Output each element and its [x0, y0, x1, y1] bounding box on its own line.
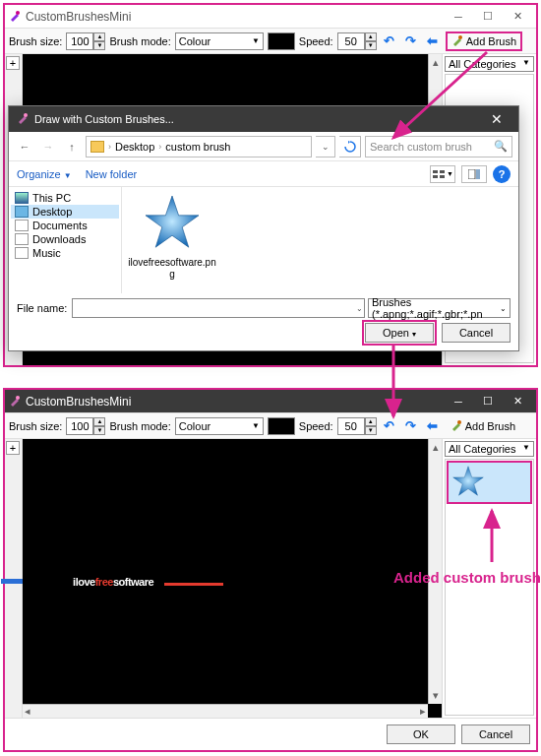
address-bar[interactable]: › Desktop › custom brush — [86, 136, 312, 158]
svg-rect-6 — [440, 175, 445, 178]
open-button[interactable]: Open▾ — [365, 323, 434, 343]
svg-rect-3 — [433, 170, 438, 173]
spin-down-icon[interactable]: ▼ — [93, 41, 105, 50]
zoom-slider[interactable]: + — [5, 439, 23, 718]
back-icon[interactable]: ⬅ — [424, 417, 442, 435]
new-folder-button[interactable]: New folder — [86, 168, 138, 180]
brush-mode-select[interactable]: Colour ▼ — [175, 32, 264, 50]
brush-item-custom[interactable] — [449, 463, 530, 502]
brush-size-input[interactable] — [66, 417, 93, 435]
brush-size-stepper[interactable]: ▲▼ — [66, 417, 105, 435]
dialog-titlebar[interactable]: Draw with Custom Brushes... ✕ — [9, 106, 518, 132]
spin-down-icon[interactable]: ▼ — [93, 426, 105, 435]
speed-input[interactable] — [337, 32, 365, 50]
redo-icon[interactable]: ↷ — [402, 32, 420, 50]
tree-this-pc[interactable]: This PC — [11, 191, 119, 205]
filetype-filter[interactable]: Brushes (*.apng;*.agif;*.gbr;*.pn ⌄ — [368, 298, 511, 318]
nav-up-button[interactable]: ↑ — [62, 136, 82, 158]
close-button[interactable]: ✕ — [503, 7, 532, 27]
category-select[interactable]: All Categories ▼ — [445, 441, 534, 457]
maximize-button[interactable]: ☐ — [473, 392, 503, 411]
crumb-desktop[interactable]: Desktop — [115, 141, 154, 153]
music-icon — [15, 247, 29, 259]
plus-icon[interactable]: + — [6, 441, 20, 455]
svg-point-11 — [16, 396, 20, 400]
spin-up-icon[interactable]: ▲ — [365, 32, 377, 41]
nav-forward-button[interactable]: → — [38, 136, 58, 158]
add-brush-button[interactable]: Add Brush — [446, 32, 522, 51]
color-swatch[interactable] — [268, 417, 295, 435]
brush-mode-label: Brush mode: — [109, 35, 170, 47]
horizontal-scrollbar[interactable]: ◂▸ — [23, 704, 428, 718]
view-mode-button[interactable]: ▼ — [430, 165, 455, 183]
star-brush-icon — [451, 465, 485, 500]
refresh-button[interactable] — [339, 136, 361, 158]
cancel-button[interactable]: Cancel — [461, 724, 530, 744]
redo-icon[interactable]: ↷ — [402, 417, 420, 435]
file-list[interactable]: ilovefreesoftware.png — [122, 187, 518, 293]
window-title: CustomBrushesMini — [26, 395, 444, 409]
toolbar: Brush size: ▲▼ Brush mode: Colour ▼ Spee… — [5, 413, 536, 439]
search-input[interactable]: Search custom brush 🔍 — [365, 136, 512, 158]
file-item[interactable]: ilovefreesoftware.png — [128, 193, 216, 281]
brush-size-stepper[interactable]: ▲▼ — [66, 32, 105, 50]
brush-mode-select[interactable]: Colour ▼ — [175, 417, 264, 435]
slider-thumb[interactable] — [1, 579, 25, 584]
speed-stepper[interactable]: ▲▼ — [337, 32, 377, 50]
search-placeholder: Search custom brush — [370, 141, 472, 153]
brush-icon — [451, 34, 463, 48]
undo-icon[interactable]: ↶ — [381, 417, 398, 435]
maximize-button[interactable]: ☐ — [473, 7, 503, 27]
color-swatch[interactable] — [268, 32, 295, 50]
plus-icon[interactable]: + — [6, 56, 20, 70]
toolbar: Brush size: ▲▼ Brush mode: Colour ▼ Spee… — [5, 29, 536, 54]
spin-down-icon[interactable]: ▼ — [365, 41, 377, 50]
spin-up-icon[interactable]: ▲ — [93, 32, 105, 41]
brush-size-input[interactable] — [66, 32, 93, 50]
address-dropdown[interactable]: ⌄ — [316, 136, 335, 158]
add-brush-button[interactable]: Add Brush — [446, 417, 520, 435]
dialog-cancel-button[interactable]: Cancel — [442, 323, 511, 343]
dialog-title: Draw with Custom Brushes... — [34, 113, 174, 125]
tree-downloads[interactable]: Downloads — [11, 232, 119, 246]
titlebar[interactable]: CustomBrushesMini ─ ☐ ✕ — [5, 390, 536, 413]
crumb-folder[interactable]: custom brush — [165, 141, 230, 153]
dialog-close-button[interactable]: ✕ — [483, 111, 511, 127]
undo-icon[interactable]: ↶ — [381, 32, 398, 50]
nav-back-button[interactable]: ← — [15, 136, 34, 158]
canvas-logo-text: ilovefreesoftware — [73, 562, 223, 593]
speed-label: Speed: — [299, 35, 333, 47]
ok-button[interactable]: OK — [387, 724, 455, 744]
tree-music[interactable]: Music — [11, 246, 119, 260]
speed-input[interactable] — [337, 417, 365, 435]
svg-rect-4 — [440, 170, 445, 173]
titlebar[interactable]: CustomBrushesMini ─ ☐ ✕ — [5, 5, 536, 29]
help-button[interactable]: ? — [493, 165, 511, 183]
brush-icon — [451, 419, 462, 433]
brush-list[interactable] — [445, 459, 534, 716]
spin-down-icon[interactable]: ▼ — [365, 426, 377, 435]
nav-tree[interactable]: This PC Desktop Documents Downloads Musi… — [9, 187, 122, 293]
speed-stepper[interactable]: ▲▼ — [337, 417, 377, 435]
tree-desktop[interactable]: Desktop — [11, 205, 119, 219]
category-select[interactable]: All Categories ▼ — [445, 56, 534, 72]
chevron-down-icon: ⌄ — [500, 304, 507, 313]
filter-value: Brushes (*.apng;*.agif;*.gbr;*.pn — [372, 296, 500, 320]
svg-point-0 — [16, 11, 20, 15]
preview-pane-button[interactable] — [461, 165, 487, 183]
file-open-dialog: Draw with Custom Brushes... ✕ ← → ↑ › De… — [8, 105, 519, 351]
window-title: CustomBrushesMini — [26, 10, 444, 24]
organize-menu[interactable]: Organize ▼ — [17, 168, 72, 180]
spin-up-icon[interactable]: ▲ — [365, 417, 377, 426]
chevron-down-icon: ▼ — [252, 421, 260, 430]
add-brush-label: Add Brush — [465, 420, 515, 432]
tree-documents[interactable]: Documents — [11, 219, 119, 232]
filename-input[interactable] — [72, 298, 365, 318]
back-icon[interactable]: ⬅ — [424, 32, 442, 50]
pc-icon — [15, 192, 29, 204]
minimize-button[interactable]: ─ — [444, 392, 473, 411]
spin-up-icon[interactable]: ▲ — [93, 417, 105, 426]
minimize-button[interactable]: ─ — [444, 7, 473, 27]
close-button[interactable]: ✕ — [503, 392, 532, 411]
canvas[interactable]: ilovefreesoftware ◂▸ ▴▾ — [23, 439, 442, 718]
